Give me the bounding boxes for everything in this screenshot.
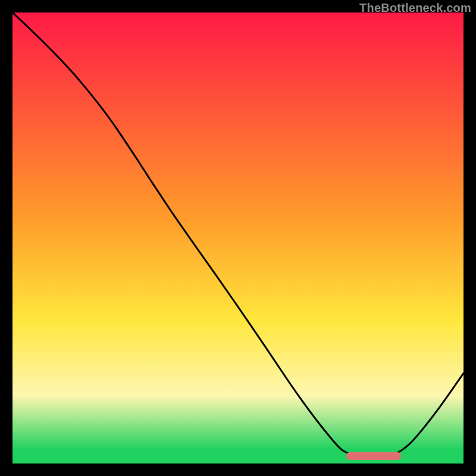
bottleneck-curve bbox=[12, 12, 464, 464]
optimum-marker bbox=[346, 452, 401, 460]
watermark-text: TheBottleneck.com bbox=[359, 1, 471, 15]
plot-area bbox=[12, 12, 464, 464]
chart-frame: TheBottleneck.com bbox=[0, 0, 476, 476]
